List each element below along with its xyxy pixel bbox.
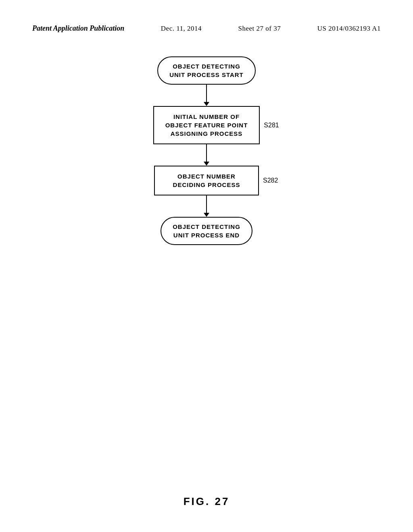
step-s282-row: OBJECT NUMBER DECIDING PROCESS S282 bbox=[154, 166, 259, 195]
figure-label: FIG. 27 bbox=[0, 495, 413, 508]
s282-label: S282 bbox=[263, 177, 278, 184]
s282-line2: DECIDING PROCESS bbox=[173, 181, 240, 188]
header: Patent Application Publication Dec. 11, … bbox=[0, 24, 413, 33]
publication-number: US 2014/0362193 A1 bbox=[317, 25, 381, 33]
flowchart: OBJECT DETECTING UNIT PROCESS START INIT… bbox=[153, 56, 260, 245]
step-s281: INITIAL NUMBER OF OBJECT FEATURE POINT A… bbox=[153, 106, 260, 144]
end-line1: OBJECT DETECTING bbox=[173, 223, 240, 230]
step-s282: OBJECT NUMBER DECIDING PROCESS bbox=[154, 166, 259, 195]
start-node: OBJECT DETECTING UNIT PROCESS START bbox=[157, 56, 256, 85]
start-line1: OBJECT DETECTING bbox=[173, 63, 240, 70]
arrow-3 bbox=[206, 195, 207, 214]
page: Patent Application Publication Dec. 11, … bbox=[0, 0, 413, 532]
publication-title: Patent Application Publication bbox=[32, 24, 124, 33]
s282-line1: OBJECT NUMBER bbox=[177, 173, 236, 180]
sheet-info: Sheet 27 of 37 bbox=[238, 25, 281, 33]
start-line2: UNIT PROCESS START bbox=[169, 71, 244, 78]
diagram-container: OBJECT DETECTING UNIT PROCESS START INIT… bbox=[0, 56, 413, 245]
s281-line2: OBJECT FEATURE POINT bbox=[165, 122, 248, 129]
step-s281-row: INITIAL NUMBER OF OBJECT FEATURE POINT A… bbox=[153, 106, 260, 144]
end-line2: UNIT PROCESS END bbox=[173, 232, 240, 239]
end-node: OBJECT DETECTING UNIT PROCESS END bbox=[161, 217, 252, 245]
arrow-2 bbox=[206, 144, 207, 162]
arrow-1 bbox=[206, 85, 207, 103]
s281-line1: INITIAL NUMBER OF bbox=[173, 113, 240, 120]
publication-date: Dec. 11, 2014 bbox=[161, 25, 202, 33]
s281-line3: ASSIGNING PROCESS bbox=[171, 130, 243, 137]
s281-label: S281 bbox=[264, 122, 279, 129]
